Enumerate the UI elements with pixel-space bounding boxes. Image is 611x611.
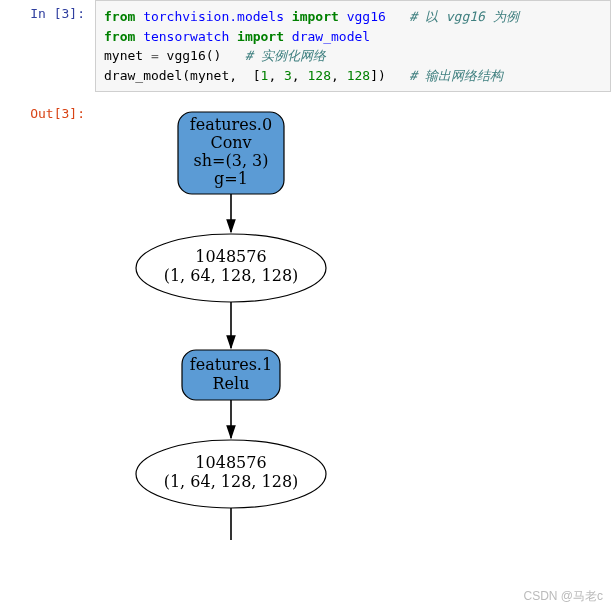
- kw-import: import: [292, 9, 339, 24]
- module-path: torchvision.models: [135, 9, 292, 24]
- spacer: [386, 9, 409, 24]
- comma: ,: [331, 68, 347, 83]
- graph-svg: features.0 Conv sh=(3, 3) g=1 1048576 (1…: [95, 100, 611, 580]
- comment: # 输出网络结构: [409, 68, 503, 83]
- import-name: vgg16: [339, 9, 386, 24]
- out-prompt: Out[3]:: [0, 100, 95, 121]
- node-features0-line4: g=1: [214, 169, 248, 188]
- kw-from: from: [104, 9, 135, 24]
- comment: # 实例化网络: [245, 48, 326, 63]
- code-text: ]): [370, 68, 409, 83]
- import-name: draw_model: [284, 29, 370, 44]
- code-text: draw_model(mynet, [: [104, 68, 261, 83]
- tensor-shape-2-line2: (1, 64, 128, 128): [164, 472, 299, 491]
- comment: # 以 vgg16 为例: [409, 9, 518, 24]
- code-text: vgg16(): [159, 48, 245, 63]
- num-literal: 128: [308, 68, 331, 83]
- tensor-shape-2-line1: 1048576: [195, 453, 266, 472]
- node-features0-line3: sh=(3, 3): [194, 151, 269, 170]
- tensor-shape-1-line2: (1, 64, 128, 128): [164, 266, 299, 285]
- node-features0-line2: Conv: [210, 133, 251, 152]
- node-features0-line1: features.0: [190, 115, 272, 134]
- output-area: features.0 Conv sh=(3, 3) g=1 1048576 (1…: [95, 100, 611, 580]
- output-cell: Out[3]: features.0 Conv sh=(3, 3) g=1 10…: [0, 100, 611, 580]
- module-path: tensorwatch: [135, 29, 237, 44]
- num-literal: 3: [284, 68, 292, 83]
- input-cell: In [3]: from torchvision.models import v…: [0, 0, 611, 92]
- num-literal: 128: [347, 68, 370, 83]
- tensor-shape-1-line1: 1048576: [195, 247, 266, 266]
- comma: ,: [292, 68, 308, 83]
- kw-from: from: [104, 29, 135, 44]
- comma: ,: [268, 68, 284, 83]
- kw-import: import: [237, 29, 284, 44]
- code-text: mynet: [104, 48, 151, 63]
- in-prompt: In [3]:: [0, 0, 95, 21]
- node-features1-line2: Relu: [213, 374, 250, 393]
- op-assign: =: [151, 48, 159, 63]
- node-features1-line1: features.1: [190, 355, 272, 374]
- code-block[interactable]: from torchvision.models import vgg16 # 以…: [95, 0, 611, 92]
